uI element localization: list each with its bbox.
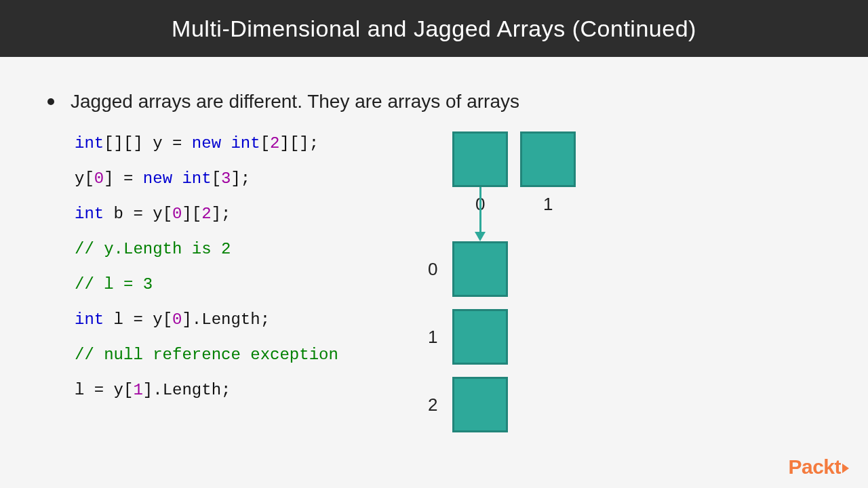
bullet-text: Jagged arrays are different. They are ar… xyxy=(71,91,519,113)
inner-array-cell-1 xyxy=(452,309,508,365)
code-line: int l = y[0].Length; xyxy=(75,312,338,328)
code-line: y[0] = new int[3]; xyxy=(75,171,338,187)
array-diagram: 0 1 0 1 2 xyxy=(413,131,644,457)
arrow-head-icon xyxy=(475,232,486,241)
outer-array-cell-0 xyxy=(452,131,508,187)
inner-index-label: 1 xyxy=(428,327,437,348)
slide-title: Multi-Dimensional and Jagged Arrays (Con… xyxy=(172,16,696,42)
slide-content: Jagged arrays are different. They are ar… xyxy=(0,57,868,457)
outer-array-cell-1 xyxy=(520,131,576,187)
packt-logo: Packt xyxy=(788,455,849,479)
packt-logo-text: Packt xyxy=(788,455,841,479)
bullet-dot-icon xyxy=(47,98,54,105)
code-line: // null reference exception xyxy=(75,347,338,363)
body-row: int[][] y = new int[2][]; y[0] = new int… xyxy=(47,131,821,457)
code-line: int b = y[0][2]; xyxy=(75,206,338,222)
inner-index-label: 2 xyxy=(428,394,437,415)
inner-array-cell-0 xyxy=(452,241,508,297)
outer-index-label: 1 xyxy=(543,194,553,215)
arrow-line xyxy=(479,187,481,233)
inner-array-cell-2 xyxy=(452,377,508,432)
chevron-right-icon xyxy=(842,464,849,473)
code-block: int[][] y = new int[2][]; y[0] = new int… xyxy=(75,131,338,457)
inner-index-label: 0 xyxy=(428,259,437,280)
code-line: l = y[1].Length; xyxy=(75,382,338,399)
code-line: // y.Length is 2 xyxy=(75,241,338,258)
slide-header: Multi-Dimensional and Jagged Arrays (Con… xyxy=(0,0,868,57)
code-line: // l = 3 xyxy=(75,277,338,293)
code-line: int[][] y = new int[2][]; xyxy=(75,136,338,152)
bullet-item: Jagged arrays are different. They are ar… xyxy=(47,91,821,113)
